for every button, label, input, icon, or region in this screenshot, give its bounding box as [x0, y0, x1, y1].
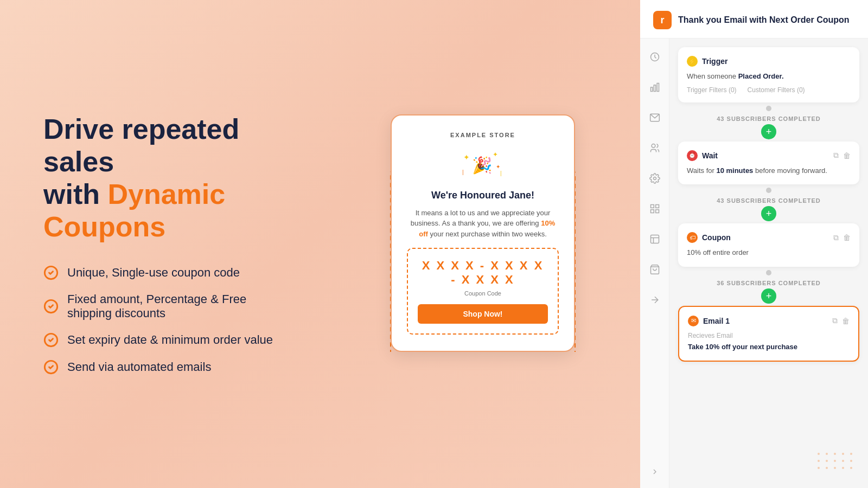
coupon-copy-btn[interactable]: ⧉ [833, 233, 839, 242]
wait-delete-btn[interactable]: 🗑 [843, 151, 851, 160]
sidebar-icons [640, 38, 669, 488]
connector-dot-1 [766, 106, 771, 111]
wait-body-bold: 10 minutes [716, 166, 753, 175]
subscribers-completed-3: 36 SUBSCRIBERS COMPLETED [678, 280, 859, 286]
coupon-body: 10% off entire order [687, 247, 851, 258]
trigger-body-pre: When someone [687, 72, 738, 80]
trigger-icon: ⚡ [687, 56, 698, 67]
wait-copy-btn[interactable]: ⧉ [833, 151, 839, 160]
svg-point-40 [826, 467, 828, 469]
sidebar-icon-layout[interactable] [645, 229, 665, 249]
add-btn-1[interactable]: + [761, 124, 776, 139]
add-btn-3[interactable]: + [761, 288, 776, 304]
sidebar-icon-mail[interactable] [645, 108, 665, 127]
check-icon-2 [43, 299, 59, 314]
headline-line1: Drive repeated sales [43, 113, 239, 177]
coupon-node-header: 🏷 Coupon ⧉ 🗑 [687, 232, 851, 243]
email1-actions: ⧉ 🗑 [832, 316, 850, 325]
celebration-svg: 🎉 ✦ ✦ ✦ | | [461, 147, 505, 179]
trigger-node: ⚡ Trigger When someone Placed Order. Tri… [678, 47, 859, 102]
store-name: EXAMPLE STORE [407, 132, 559, 138]
sidebar-icon-grid[interactable] [645, 199, 665, 219]
svg-text:✦: ✦ [463, 153, 470, 162]
wait-title-row: ⏰ Wait [687, 150, 718, 161]
svg-text:|: | [462, 169, 464, 175]
connector-dot-2 [766, 188, 771, 193]
coupon-code: X X X X - X X X X - X X X X [418, 259, 548, 287]
subscribers-completed-1: 43 SUBSCRIBERS COMPLETED [678, 115, 859, 122]
svg-rect-15 [654, 85, 655, 92]
feature-text-4: Send via automated emails [67, 360, 211, 374]
svg-rect-16 [657, 84, 659, 92]
svg-rect-23 [655, 210, 659, 213]
body-pre: It means a lot to us and we appreciate y… [411, 209, 551, 228]
feature-item-2: Fixed amount, Percentage & Free shipping… [43, 292, 282, 320]
panel-title: Thank you Email with Next Order Coupon [678, 15, 850, 25]
trigger-filter1[interactable]: Trigger Filters (0) [687, 86, 737, 94]
coupon-label: Coupon Code [418, 290, 548, 297]
svg-point-42 [842, 467, 844, 469]
email1-body: Recieves Email Take 10% off your next pu… [688, 331, 850, 352]
check-icon-1 [43, 265, 59, 280]
body-post: your next purchase within two weeks. [428, 230, 547, 238]
svg-point-32 [842, 453, 844, 455]
svg-rect-20 [650, 205, 654, 208]
email1-node-header: ✉ Email 1 ⧉ 🗑 [688, 316, 850, 326]
svg-text:✦: ✦ [493, 151, 498, 158]
trigger-node-header: ⚡ Trigger [687, 56, 851, 67]
email1-body-text: Take 10% off your next purchase [688, 343, 797, 351]
panel-body: ⚡ Trigger When someone Placed Order. Tri… [640, 38, 868, 488]
feature-item-3: Set expiry date & minimum order value [43, 332, 282, 348]
svg-text:✦: ✦ [496, 164, 500, 170]
add-btn-2[interactable]: + [761, 206, 776, 221]
svg-point-30 [826, 453, 828, 455]
svg-rect-24 [650, 235, 659, 243]
dot-decoration [816, 445, 859, 479]
email-card: EXAMPLE STORE 🎉 ✦ ✦ ✦ | | We're Honoured… [391, 114, 575, 352]
svg-point-19 [653, 177, 656, 180]
coupon-body-text: 10% off entire order [687, 248, 749, 256]
coupon-title: Coupon [702, 233, 731, 242]
email1-sub: Recieves Email [688, 331, 850, 341]
wait-body: Waits for 10 minutes before moving forwa… [687, 165, 851, 176]
shop-now-button[interactable]: Shop Now! [418, 304, 548, 324]
sidebar-icon-users[interactable] [645, 138, 665, 158]
trigger-filter2[interactable]: Customer Filters (0) [748, 86, 805, 94]
wait-node-header: ⏰ Wait ⧉ 🗑 [687, 150, 851, 161]
trigger-body-bold: Placed Order. [738, 72, 784, 80]
coupon-delete-btn[interactable]: 🗑 [843, 233, 851, 242]
sidebar-icon-chart[interactable] [645, 78, 665, 97]
sidebar-icon-gear[interactable] [645, 169, 665, 188]
wait-title: Wait [702, 151, 718, 160]
trigger-title-row: ⚡ Trigger [687, 56, 727, 67]
email1-copy-btn[interactable]: ⧉ [832, 316, 838, 325]
coupon-box: X X X X - X X X X - X X X X Coupon Code … [407, 248, 559, 335]
email1-title-row: ✉ Email 1 [688, 316, 730, 326]
svg-point-38 [850, 460, 852, 462]
email1-delete-btn[interactable]: 🗑 [842, 316, 850, 325]
sidebar-icon-arrow[interactable] [645, 290, 665, 310]
email-body: It means a lot to us and we appreciate y… [407, 208, 559, 240]
svg-rect-22 [650, 210, 654, 213]
svg-point-33 [850, 453, 852, 455]
svg-text:🎉: 🎉 [472, 156, 493, 175]
sidebar-icon-clock[interactable] [645, 47, 665, 67]
check-icon-3 [43, 332, 59, 348]
subscribers-completed-2: 43 SUBSCRIBERS COMPLETED [678, 197, 859, 204]
wait-body-pre: Waits for [687, 166, 716, 175]
headline-line2: with [43, 178, 107, 210]
panel-header: r Thank you Email with Next Order Coupon [640, 0, 868, 38]
feature-item-1: Unique, Single-use coupon code [43, 265, 282, 280]
coupon-node: 🏷 Coupon ⧉ 🗑 10% off entire order [678, 223, 859, 267]
trigger-title: Trigger [702, 57, 727, 66]
coupon-actions: ⧉ 🗑 [833, 233, 851, 242]
headline: Drive repeated sales with Dynamic Coupon… [43, 113, 282, 243]
wait-node: ⏰ Wait ⧉ 🗑 Waits for 10 minutes before m… [678, 142, 859, 185]
svg-point-36 [834, 460, 836, 462]
feature-item-4: Send via automated emails [43, 359, 282, 375]
panel-logo: r [653, 11, 672, 29]
sidebar-icon-bag[interactable] [645, 260, 665, 279]
svg-point-18 [652, 144, 655, 148]
workflow-content: ⚡ Trigger When someone Placed Order. Tri… [669, 38, 868, 488]
sidebar-icon-chevron[interactable] [645, 462, 665, 481]
